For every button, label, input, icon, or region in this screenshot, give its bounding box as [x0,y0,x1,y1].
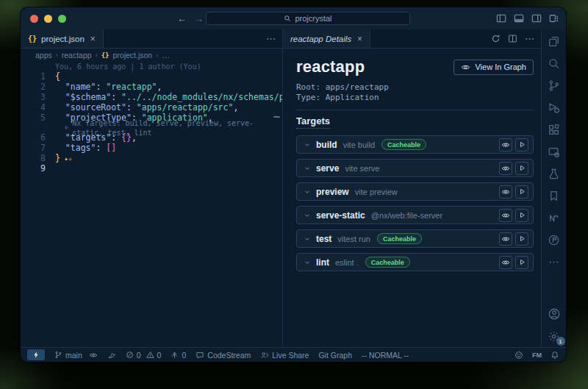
git-blame-codelens[interactable]: You, 6 hours ago | 1 author (You) [21,62,282,71]
eye-icon [501,211,510,220]
close-tab-icon[interactable]: × [357,35,362,43]
tree-icon [171,351,179,359]
eye-icon [501,258,510,267]
editor-actions-more-icon[interactable]: ⋯ [266,33,276,44]
play-icon [518,164,526,172]
remote-indicator[interactable] [27,349,45,360]
activity-remote-window-icon[interactable] [548,145,561,158]
zoom-window-button[interactable] [58,15,66,23]
activity-files-icon[interactable] [548,35,561,48]
nx-targets-codelens[interactable]: Nx Targets: build, serve, preview, serve… [21,123,282,132]
target-row[interactable]: test vitest run Cacheable [296,229,534,248]
branch-item[interactable]: main [54,351,98,360]
target-row[interactable]: preview vite preview [296,182,534,201]
live-share-label: Live Share [272,351,309,360]
breadcrumb-item[interactable]: reactapp [62,51,92,60]
live-share-icon [260,351,269,360]
run-target-button[interactable] [515,232,528,246]
chevron-down-icon[interactable] [304,165,311,172]
run-target-button[interactable] [515,162,528,175]
show-target-config-button[interactable] [499,209,512,222]
fm-extension-item[interactable]: FM [532,351,542,359]
activity-bookmark-icon[interactable] [548,189,561,202]
customize-layout-icon[interactable] [549,13,559,24]
toggle-panel-icon[interactable] [514,13,524,24]
view-in-graph-button[interactable]: View In Graph [453,60,534,75]
show-target-config-button[interactable] [499,138,512,151]
activity-source-control-icon[interactable] [548,79,561,92]
show-target-config-button[interactable] [499,232,512,246]
breadcrumb-item[interactable]: … [162,51,170,60]
run-target-button[interactable] [515,209,528,222]
sync-item[interactable] [107,351,116,360]
project-type: Type: Application [296,93,534,103]
minimize-window-button[interactable] [44,15,52,23]
window-controls [21,15,66,23]
run-target-button[interactable] [515,138,528,151]
chevron-down-icon[interactable] [304,235,311,243]
todo-tree-item[interactable]: 0 [171,351,186,360]
json-icon: {} [28,35,37,43]
show-target-config-button[interactable] [499,185,512,199]
target-row[interactable]: serve-static @nx/web:file-server [296,206,534,224]
targets-list: build vite build Cacheable serve vite se… [296,135,534,271]
chevron-down-icon[interactable] [304,188,311,196]
tab-bar: {} project.json × ⋯ reactapp Details × [21,29,541,49]
activity-account-icon[interactable] [548,307,561,321]
project-title: reactapp [296,57,365,76]
live-share-item[interactable]: Live Share [260,351,309,360]
error-count: 0 [137,351,141,360]
codestream-item[interactable]: CodeStream [196,351,251,360]
forward-icon[interactable]: → [194,13,204,24]
problems-item[interactable]: 0 0 [126,351,162,360]
target-row[interactable]: build vite build Cacheable [296,135,534,154]
target-row[interactable]: lint eslint . Cacheable [296,253,534,271]
editor-actions-more-icon[interactable]: ⋯ [525,33,535,44]
target-name: preview [316,187,349,197]
breadcrumb-item[interactable]: apps [35,51,52,60]
tab-label: reactapp Details [290,35,351,43]
breadcrumb-item[interactable]: project.json [113,51,153,60]
activity-extensions-icon[interactable] [548,123,561,136]
close-window-button[interactable] [30,15,38,23]
target-name: test [316,234,331,244]
activity-beaker-icon[interactable] [548,167,561,180]
play-icon [518,235,526,243]
bell-icon[interactable] [551,351,559,360]
activity-nx-icon[interactable] [548,211,561,224]
toggle-secondary-sidebar-icon[interactable] [531,13,542,24]
split-editor-icon[interactable] [508,34,517,43]
show-target-config-button[interactable] [499,256,512,269]
git-graph-item[interactable]: Git Graph [318,351,352,360]
error-icon [126,351,134,359]
show-target-config-button[interactable] [499,162,512,175]
command-center-search[interactable]: projcrystal [206,12,410,25]
feedback-smiley-icon[interactable] [514,351,523,360]
activity-search-icon[interactable] [548,57,561,70]
activity-resource-flag-icon[interactable] [548,233,561,246]
activity-debug-icon[interactable] [548,101,561,114]
status-bar: main 0 0 0 CodeStream Live Share Git Gra… [21,347,566,362]
chevron-down-icon[interactable] [304,259,311,266]
run-target-button[interactable] [515,185,528,199]
search-value: projcrystal [295,14,331,23]
settings-badge: 1 [556,337,565,346]
activity-gear-icon[interactable]: 1 [548,329,561,343]
toggle-primary-sidebar-icon[interactable] [496,13,506,24]
breadcrumb-separator: › [96,51,98,59]
target-row[interactable]: serve vite serve [296,159,534,177]
close-tab-icon[interactable]: × [90,35,96,43]
run-target-button[interactable] [515,256,528,269]
refresh-icon[interactable] [491,34,501,43]
eye-icon[interactable] [89,351,98,360]
tab-reactapp-details[interactable]: reactapp Details × [283,29,370,48]
branch-name: main [65,351,82,360]
chevron-down-icon[interactable] [304,212,311,219]
tab-project-json[interactable]: {} project.json × [21,29,104,48]
code-editor[interactable]: You, 6 hours ago | 1 author (You)1{2 "na… [21,61,282,347]
back-icon[interactable]: ← [177,13,187,24]
chevron-down-icon[interactable] [304,141,311,149]
target-command: vite preview [355,188,398,196]
activity-more-icon[interactable] [548,255,561,268]
git-branch-icon [54,351,62,359]
